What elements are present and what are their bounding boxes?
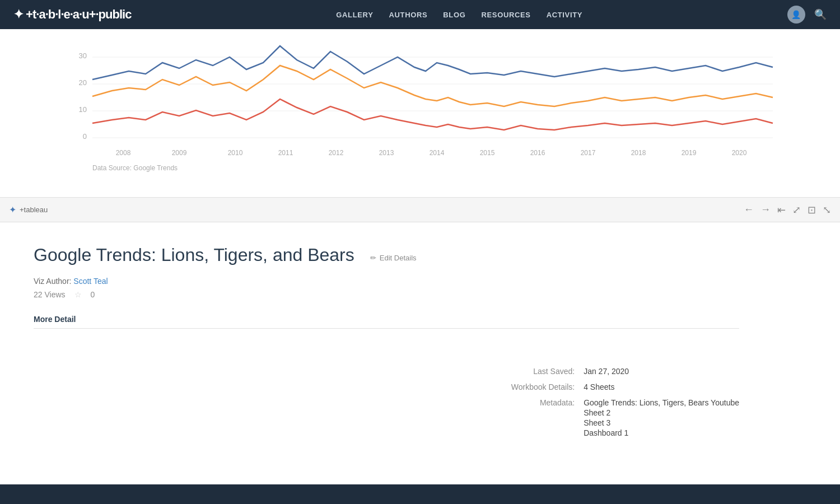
svg-text:2010: 2010 bbox=[228, 149, 243, 157]
svg-text:2009: 2009 bbox=[172, 149, 187, 157]
svg-text:30: 30 bbox=[79, 52, 87, 60]
metadata-row: Metadata: Google Trends: Lions, Tigers, … bbox=[494, 398, 739, 438]
tableau-logo: ✦ +t·a·b·l·e·a·u+·public bbox=[13, 7, 131, 22]
edit-details-button[interactable]: ✏ Edit Details bbox=[370, 254, 417, 262]
metadata-item-2: Sheet 3 bbox=[584, 418, 739, 427]
viz-info: Google Trends: Lions, Tigers, and Bears … bbox=[0, 222, 773, 350]
svg-text:2013: 2013 bbox=[379, 149, 394, 157]
nav-activity[interactable]: Activity bbox=[547, 11, 582, 19]
details-section: Last Saved: Jan 27, 2020 Workbook Detail… bbox=[0, 350, 773, 462]
navbar: ✦ +t·a·b·l·e·a·u+·public Gallery Authors… bbox=[0, 0, 840, 29]
workbook-details-label: Workbook Details: bbox=[494, 382, 584, 391]
svg-text:20: 20 bbox=[79, 78, 87, 87]
metadata-item-1: Sheet 2 bbox=[584, 408, 739, 417]
views-count: 22 Views bbox=[34, 290, 66, 299]
workbook-details-row: Workbook Details: 4 Sheets bbox=[494, 382, 739, 391]
nav-home-icon[interactable]: ⇤ bbox=[777, 204, 786, 216]
viz-author: Viz Author: Scott Teal bbox=[34, 277, 739, 286]
nav-gallery[interactable]: Gallery bbox=[336, 11, 373, 19]
search-icon[interactable]: 🔍 bbox=[814, 8, 827, 21]
pencil-icon: ✏ bbox=[370, 254, 376, 262]
viz-title: Google Trends: Lions, Tigers, and Bears bbox=[34, 245, 354, 265]
svg-text:2012: 2012 bbox=[329, 149, 344, 157]
svg-text:2019: 2019 bbox=[682, 149, 697, 157]
favorites-count: 0 bbox=[91, 290, 95, 299]
navbar-links: Gallery Authors Blog Resources Activity bbox=[336, 11, 582, 19]
svg-text:Data Source: Google Trends: Data Source: Google Trends bbox=[92, 164, 178, 172]
last-saved-label: Last Saved: bbox=[494, 367, 584, 376]
last-saved-value: Jan 27, 2020 bbox=[584, 367, 629, 376]
svg-rect-0 bbox=[0, 29, 840, 197]
metadata-label: Metadata: bbox=[494, 398, 584, 438]
metadata-item-0: Google Trends: Lions, Tigers, Bears Yout… bbox=[584, 398, 739, 407]
chart-toolbar: ✦ +tableau ← → ⇤ ⤢ ⊡ ⤡ bbox=[0, 197, 840, 222]
share-icon[interactable]: ⤢ bbox=[792, 204, 801, 216]
chart-logo: ✦ +tableau bbox=[9, 204, 48, 215]
fullscreen-icon[interactable]: ⤡ bbox=[823, 204, 831, 216]
more-detail-label: More Detail bbox=[34, 315, 739, 329]
nav-back-icon[interactable]: ← bbox=[744, 204, 754, 216]
svg-text:2020: 2020 bbox=[732, 149, 747, 157]
details-table: Last Saved: Jan 27, 2020 Workbook Detail… bbox=[494, 367, 739, 445]
svg-text:2016: 2016 bbox=[530, 149, 545, 157]
metadata-item-3: Dashboard 1 bbox=[584, 428, 739, 437]
svg-text:0: 0 bbox=[83, 132, 87, 141]
details-grid: Last Saved: Jan 27, 2020 Workbook Detail… bbox=[34, 367, 739, 445]
last-saved-row: Last Saved: Jan 27, 2020 bbox=[494, 367, 739, 376]
viz-stats: 22 Views ☆ 0 bbox=[34, 290, 739, 299]
navbar-right: 👤 🔍 bbox=[787, 6, 827, 24]
footer: ✦✦ +tableau © 2019 Tableau Software, Inc… bbox=[0, 484, 840, 504]
nav-blog[interactable]: Blog bbox=[443, 11, 465, 19]
chart-inner: 30 20 10 0 2008 2009 2010 2011 2012 2013… bbox=[0, 29, 840, 197]
svg-text:2015: 2015 bbox=[480, 149, 495, 157]
tableau-logo-small: ✦ bbox=[9, 204, 16, 215]
chart-svg: 30 20 10 0 2008 2009 2010 2011 2012 2013… bbox=[0, 29, 840, 197]
star-icon[interactable]: ☆ bbox=[74, 290, 82, 299]
svg-text:10: 10 bbox=[79, 105, 87, 114]
author-link[interactable]: Scott Teal bbox=[73, 277, 108, 286]
nav-resources[interactable]: Resources bbox=[481, 11, 530, 19]
svg-text:2018: 2018 bbox=[631, 149, 646, 157]
workbook-details-value: 4 Sheets bbox=[584, 382, 614, 391]
chart-container: 30 20 10 0 2008 2009 2010 2011 2012 2013… bbox=[0, 29, 840, 222]
nav-authors[interactable]: Authors bbox=[389, 11, 427, 19]
svg-text:2008: 2008 bbox=[116, 149, 131, 157]
user-avatar[interactable]: 👤 bbox=[787, 6, 805, 24]
tableau-logo-text: +tableau bbox=[20, 206, 48, 214]
nav-forward-icon[interactable]: → bbox=[760, 204, 771, 216]
svg-text:2017: 2017 bbox=[581, 149, 596, 157]
navbar-logo[interactable]: ✦ +t·a·b·l·e·a·u+·public bbox=[13, 7, 131, 22]
svg-text:2011: 2011 bbox=[278, 149, 293, 157]
main-content: 30 20 10 0 2008 2009 2010 2011 2012 2013… bbox=[0, 29, 840, 462]
metadata-values: Google Trends: Lions, Tigers, Bears Yout… bbox=[584, 398, 739, 438]
window-icon[interactable]: ⊡ bbox=[808, 204, 816, 216]
svg-text:2014: 2014 bbox=[430, 149, 445, 157]
chart-toolbar-actions: ← → ⇤ ⤢ ⊡ ⤡ bbox=[744, 204, 831, 216]
